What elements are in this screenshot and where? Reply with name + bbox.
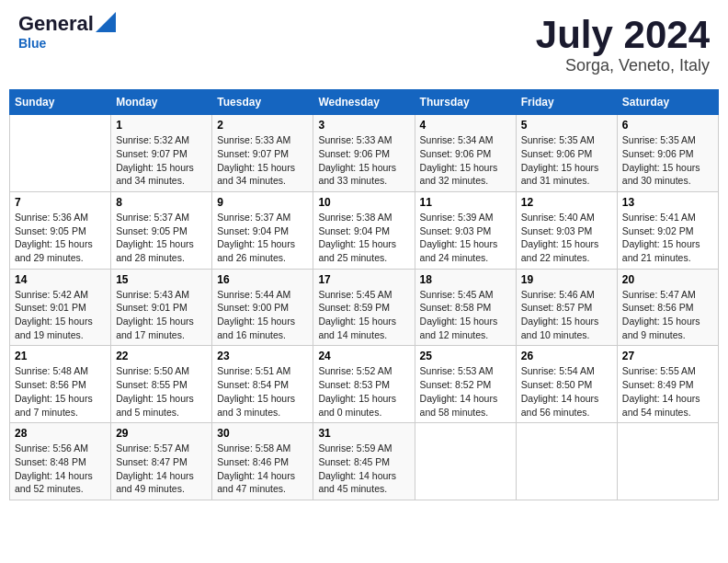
calendar-week-row: 7Sunrise: 5:36 AMSunset: 9:05 PMDaylight… xyxy=(10,191,719,269)
day-number: 16 xyxy=(217,273,308,286)
weekday-header-cell: Monday xyxy=(111,90,212,115)
weekday-header-cell: Saturday xyxy=(617,90,718,115)
day-info: Sunrise: 5:55 AMSunset: 8:49 PMDaylight:… xyxy=(622,364,713,419)
day-info: Sunrise: 5:47 AMSunset: 8:56 PMDaylight:… xyxy=(622,288,713,342)
logo-text: General xyxy=(18,14,94,34)
calendar-day-cell: 27Sunrise: 5:55 AMSunset: 8:49 PMDayligh… xyxy=(617,346,718,423)
calendar-day-cell xyxy=(516,423,617,500)
day-info: Sunrise: 5:46 AMSunset: 8:57 PMDaylight:… xyxy=(521,288,612,342)
day-info: Sunrise: 5:35 AMSunset: 9:06 PMDaylight:… xyxy=(622,133,713,188)
calendar-day-cell: 23Sunrise: 5:51 AMSunset: 8:54 PMDayligh… xyxy=(212,346,313,423)
day-info: Sunrise: 5:37 AMSunset: 9:04 PMDaylight:… xyxy=(217,211,308,265)
day-number: 12 xyxy=(521,196,612,209)
logo-subtext: Blue xyxy=(18,36,46,51)
calendar-day-cell: 8Sunrise: 5:37 AMSunset: 9:05 PMDaylight… xyxy=(111,191,212,269)
calendar-day-cell: 24Sunrise: 5:52 AMSunset: 8:53 PMDayligh… xyxy=(313,346,415,423)
day-number: 20 xyxy=(622,273,713,286)
day-info: Sunrise: 5:54 AMSunset: 8:50 PMDaylight:… xyxy=(521,364,612,419)
day-number: 31 xyxy=(318,427,409,440)
day-info: Sunrise: 5:36 AMSunset: 9:05 PMDaylight:… xyxy=(15,211,106,265)
day-number: 1 xyxy=(116,119,207,132)
day-number: 15 xyxy=(116,273,207,286)
day-info: Sunrise: 5:45 AMSunset: 8:58 PMDaylight:… xyxy=(420,288,511,342)
day-number: 19 xyxy=(521,273,612,286)
day-number: 29 xyxy=(116,427,207,440)
calendar-table: SundayMondayTuesdayWednesdayThursdayFrid… xyxy=(9,89,719,500)
day-number: 5 xyxy=(521,119,612,132)
calendar-day-cell: 12Sunrise: 5:40 AMSunset: 9:03 PMDayligh… xyxy=(516,191,617,269)
day-info: Sunrise: 5:40 AMSunset: 9:03 PMDaylight:… xyxy=(521,211,612,265)
svg-marker-0 xyxy=(96,12,116,32)
title-block: July 2024 Sorga, Veneto, Italy xyxy=(536,14,710,75)
day-info: Sunrise: 5:48 AMSunset: 8:56 PMDaylight:… xyxy=(15,364,106,419)
weekday-header-row: SundayMondayTuesdayWednesdayThursdayFrid… xyxy=(10,90,719,115)
day-info: Sunrise: 5:38 AMSunset: 9:04 PMDaylight:… xyxy=(318,211,409,265)
calendar-day-cell: 5Sunrise: 5:35 AMSunset: 9:06 PMDaylight… xyxy=(516,115,617,192)
day-number: 30 xyxy=(217,427,308,440)
calendar-week-row: 28Sunrise: 5:56 AMSunset: 8:48 PMDayligh… xyxy=(10,423,719,500)
day-number: 27 xyxy=(622,350,713,362)
weekday-header-cell: Tuesday xyxy=(212,90,313,115)
calendar-day-cell: 4Sunrise: 5:34 AMSunset: 9:06 PMDaylight… xyxy=(415,115,516,192)
calendar-day-cell: 31Sunrise: 5:59 AMSunset: 8:45 PMDayligh… xyxy=(313,423,415,500)
calendar-day-cell xyxy=(10,115,111,192)
day-info: Sunrise: 5:41 AMSunset: 9:02 PMDaylight:… xyxy=(622,211,713,265)
logo-icon xyxy=(96,12,116,32)
day-info: Sunrise: 5:37 AMSunset: 9:05 PMDaylight:… xyxy=(116,211,207,265)
day-number: 10 xyxy=(318,196,409,209)
calendar-week-row: 21Sunrise: 5:48 AMSunset: 8:56 PMDayligh… xyxy=(10,346,719,423)
calendar-day-cell: 21Sunrise: 5:48 AMSunset: 8:56 PMDayligh… xyxy=(10,346,111,423)
logo: General Blue xyxy=(18,14,116,51)
calendar-day-cell: 17Sunrise: 5:45 AMSunset: 8:59 PMDayligh… xyxy=(313,269,415,346)
day-info: Sunrise: 5:51 AMSunset: 8:54 PMDaylight:… xyxy=(217,364,308,419)
calendar-day-cell: 19Sunrise: 5:46 AMSunset: 8:57 PMDayligh… xyxy=(516,269,617,346)
calendar-day-cell: 7Sunrise: 5:36 AMSunset: 9:05 PMDaylight… xyxy=(10,191,111,269)
page-subtitle: Sorga, Veneto, Italy xyxy=(536,56,710,75)
calendar-day-cell xyxy=(617,423,718,500)
calendar-day-cell xyxy=(415,423,516,500)
calendar-day-cell: 26Sunrise: 5:54 AMSunset: 8:50 PMDayligh… xyxy=(516,346,617,423)
day-info: Sunrise: 5:42 AMSunset: 9:01 PMDaylight:… xyxy=(15,288,106,342)
day-number: 13 xyxy=(622,196,713,209)
calendar-day-cell: 22Sunrise: 5:50 AMSunset: 8:55 PMDayligh… xyxy=(111,346,212,423)
day-number: 18 xyxy=(420,273,511,286)
calendar-day-cell: 3Sunrise: 5:33 AMSunset: 9:06 PMDaylight… xyxy=(313,115,415,192)
day-info: Sunrise: 5:39 AMSunset: 9:03 PMDaylight:… xyxy=(420,211,511,265)
calendar-day-cell: 11Sunrise: 5:39 AMSunset: 9:03 PMDayligh… xyxy=(415,191,516,269)
day-number: 24 xyxy=(318,350,409,362)
day-number: 28 xyxy=(15,427,106,440)
day-number: 6 xyxy=(622,119,713,132)
day-info: Sunrise: 5:52 AMSunset: 8:53 PMDaylight:… xyxy=(318,364,409,419)
day-info: Sunrise: 5:43 AMSunset: 9:01 PMDaylight:… xyxy=(116,288,207,342)
day-number: 2 xyxy=(217,119,308,132)
day-info: Sunrise: 5:59 AMSunset: 8:45 PMDaylight:… xyxy=(318,442,409,496)
calendar-body: 1Sunrise: 5:32 AMSunset: 9:07 PMDaylight… xyxy=(10,115,719,500)
day-info: Sunrise: 5:57 AMSunset: 8:47 PMDaylight:… xyxy=(116,442,207,496)
day-info: Sunrise: 5:58 AMSunset: 8:46 PMDaylight:… xyxy=(217,442,308,496)
day-number: 26 xyxy=(521,350,612,362)
calendar-day-cell: 25Sunrise: 5:53 AMSunset: 8:52 PMDayligh… xyxy=(415,346,516,423)
calendar-day-cell: 29Sunrise: 5:57 AMSunset: 8:47 PMDayligh… xyxy=(111,423,212,500)
day-number: 4 xyxy=(420,119,511,132)
day-number: 17 xyxy=(318,273,409,286)
day-number: 8 xyxy=(116,196,207,209)
day-info: Sunrise: 5:44 AMSunset: 9:00 PMDaylight:… xyxy=(217,288,308,342)
day-number: 21 xyxy=(15,350,106,362)
weekday-header-cell: Sunday xyxy=(10,90,111,115)
calendar-week-row: 14Sunrise: 5:42 AMSunset: 9:01 PMDayligh… xyxy=(10,269,719,346)
day-info: Sunrise: 5:50 AMSunset: 8:55 PMDaylight:… xyxy=(116,364,207,419)
day-number: 23 xyxy=(217,350,308,362)
page-title: July 2024 xyxy=(536,14,710,56)
calendar-day-cell: 20Sunrise: 5:47 AMSunset: 8:56 PMDayligh… xyxy=(617,269,718,346)
calendar-day-cell: 14Sunrise: 5:42 AMSunset: 9:01 PMDayligh… xyxy=(10,269,111,346)
day-number: 22 xyxy=(116,350,207,362)
weekday-header-cell: Thursday xyxy=(415,90,516,115)
day-number: 9 xyxy=(217,196,308,209)
calendar-day-cell: 18Sunrise: 5:45 AMSunset: 8:58 PMDayligh… xyxy=(415,269,516,346)
calendar-day-cell: 28Sunrise: 5:56 AMSunset: 8:48 PMDayligh… xyxy=(10,423,111,500)
day-info: Sunrise: 5:45 AMSunset: 8:59 PMDaylight:… xyxy=(318,288,409,342)
day-number: 11 xyxy=(420,196,511,209)
day-number: 7 xyxy=(15,196,106,209)
weekday-header-cell: Wednesday xyxy=(313,90,415,115)
day-info: Sunrise: 5:33 AMSunset: 9:07 PMDaylight:… xyxy=(217,133,308,188)
